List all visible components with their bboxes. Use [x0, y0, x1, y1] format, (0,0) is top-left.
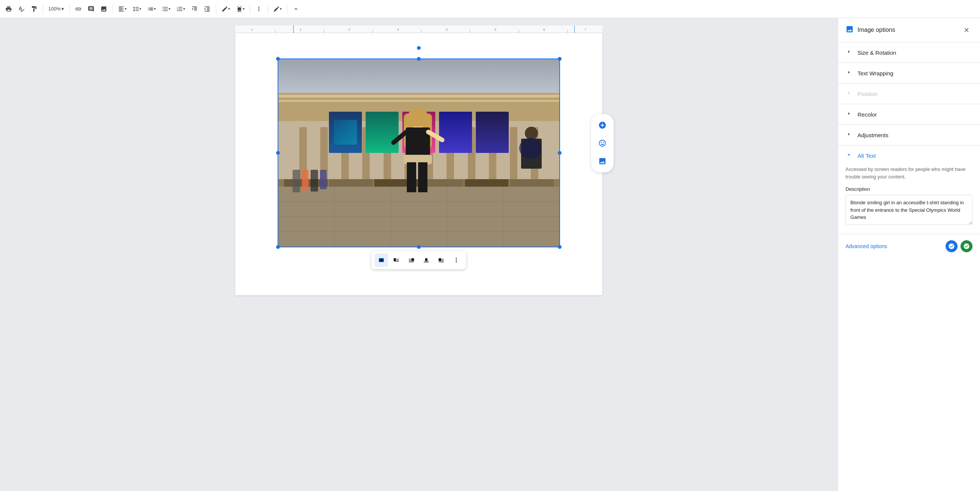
svg-text:6: 6: [543, 28, 545, 32]
svg-text:1: 1: [251, 28, 253, 32]
line-spacing-button[interactable]: ▾: [130, 3, 143, 15]
adjustments-header[interactable]: Adjustments: [838, 125, 980, 145]
stadium-image: [278, 59, 559, 247]
spell-check-button[interactable]: [16, 3, 27, 15]
svg-text:5: 5: [495, 28, 496, 32]
right-panel: Image options Size & Rotation: [838, 18, 980, 491]
spellcheck-icon: [945, 240, 958, 252]
svg-point-51: [456, 261, 457, 262]
main-area: 1 1 2 3 4 5 6 7: [0, 18, 980, 491]
recolor-title: Recolor: [858, 111, 877, 118]
divider-4: [216, 5, 216, 13]
alt-text-content: Accessed by screen readers for people wh…: [838, 166, 980, 234]
emoji-button[interactable]: [594, 135, 611, 151]
size-rotation-section: Size & Rotation: [838, 42, 980, 63]
break-text-button[interactable]: [420, 253, 433, 267]
ruler: 1 1 2 3 4 5 6 7: [235, 26, 602, 33]
svg-text:7: 7: [584, 28, 586, 32]
divider-5: [250, 5, 250, 13]
numbered-list-button[interactable]: ▾: [174, 3, 187, 15]
position-header[interactable]: Position: [838, 84, 980, 104]
pen-color-button[interactable]: ▾: [219, 3, 232, 15]
panel-close-button[interactable]: [961, 24, 972, 36]
highlight-button[interactable]: ▾: [234, 3, 247, 15]
alt-text-section: Alt Text Accessed by screen readers for …: [838, 145, 980, 234]
selected-image[interactable]: [278, 59, 559, 247]
divider-7: [287, 5, 287, 13]
divider-1: [43, 5, 43, 13]
size-rotation-title: Size & Rotation: [858, 49, 896, 56]
image-caption-button[interactable]: [594, 153, 611, 169]
align-button[interactable]: ▾: [116, 3, 129, 15]
text-wrapping-header[interactable]: Text Wrapping: [838, 63, 980, 83]
advanced-options-link[interactable]: Advanced options: [845, 243, 887, 249]
alt-text-header[interactable]: Alt Text: [838, 145, 980, 166]
handle-top-right[interactable]: [558, 57, 562, 61]
adjustments-section: Adjustments: [838, 125, 980, 145]
print-button[interactable]: [3, 3, 14, 15]
add-button[interactable]: [594, 117, 611, 134]
svg-rect-36: [412, 258, 414, 261]
indent-less-button[interactable]: [189, 3, 200, 15]
svg-text:1: 1: [300, 28, 302, 32]
divider-6: [267, 5, 268, 13]
handle-top-left[interactable]: [276, 57, 280, 61]
position-title: Position: [858, 91, 877, 97]
position-section: Position: [838, 84, 980, 104]
svg-point-50: [456, 260, 457, 261]
check-icon: [961, 240, 972, 252]
divider-3: [112, 5, 113, 13]
recolor-section: Recolor: [838, 104, 980, 125]
svg-point-49: [456, 258, 457, 259]
svg-text:4: 4: [446, 28, 448, 32]
position-chevron: [845, 89, 853, 98]
panel-title-icon: [845, 25, 854, 35]
more-button[interactable]: [253, 3, 264, 15]
main-toolbar: 100% ▾ ▾ ▾ ▾ ▾ ▾ ▾ ▾: [0, 0, 980, 18]
comment-button[interactable]: [86, 3, 97, 15]
adjustments-chevron: [845, 131, 853, 139]
description-textarea[interactable]: [845, 195, 972, 225]
pen-tool-button[interactable]: ▾: [271, 3, 284, 15]
description-label: Description: [845, 186, 972, 192]
float-more-button[interactable]: [450, 253, 463, 267]
text-wrapping-section: Text Wrapping: [838, 63, 980, 84]
image-button[interactable]: [98, 3, 110, 15]
svg-rect-18: [278, 95, 559, 98]
svg-rect-44: [439, 258, 441, 261]
panel-title-text: Image options: [858, 27, 895, 33]
paint-format-button[interactable]: [29, 3, 40, 15]
break-text-left-button[interactable]: [404, 253, 418, 267]
break-text-right-button[interactable]: [434, 253, 448, 267]
image-container: [250, 59, 587, 269]
svg-text:3: 3: [397, 28, 399, 32]
alt-text-title: Alt Text: [858, 153, 876, 159]
wrap-text-button[interactable]: [390, 253, 403, 267]
link-button[interactable]: [73, 3, 84, 15]
handle-top-center[interactable]: [417, 57, 421, 61]
text-wrapping-title: Text Wrapping: [858, 70, 894, 77]
size-rotation-header[interactable]: Size & Rotation: [838, 42, 980, 62]
inline-button[interactable]: [375, 253, 388, 267]
handle-middle-left[interactable]: [276, 151, 280, 155]
document-page: [235, 33, 602, 295]
side-toolbar: [591, 114, 614, 172]
svg-rect-28: [379, 258, 383, 261]
checklist-button[interactable]: ▾: [145, 3, 158, 15]
bullet-list-button[interactable]: ▾: [159, 3, 173, 15]
recolor-header[interactable]: Recolor: [838, 104, 980, 124]
zoom-selector[interactable]: 100% ▾: [46, 3, 66, 15]
advanced-options: Advanced options: [838, 234, 980, 258]
panel-title: Image options: [845, 25, 895, 35]
size-rotation-chevron: [845, 48, 853, 57]
svg-rect-31: [394, 258, 396, 261]
handle-middle-right[interactable]: [558, 151, 562, 155]
handle-bottom-left[interactable]: [276, 245, 280, 249]
indent-more-button[interactable]: [202, 3, 213, 15]
svg-rect-0: [293, 26, 294, 33]
handle-bottom-right[interactable]: [558, 245, 562, 249]
handle-bottom-center[interactable]: [417, 245, 421, 249]
collapse-button[interactable]: [290, 3, 302, 15]
text-wrapping-chevron: [845, 69, 853, 77]
handle-rotate[interactable]: [417, 46, 421, 50]
